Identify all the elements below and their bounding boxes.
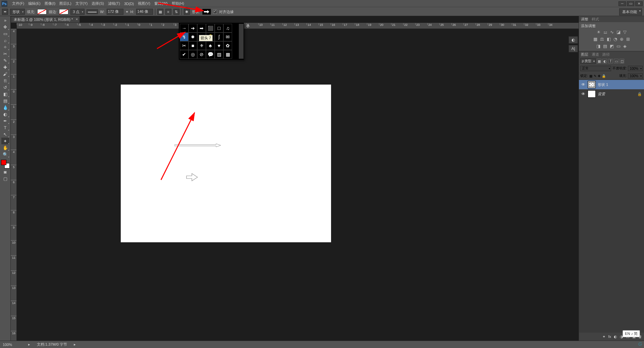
shape-arrow-thin[interactable]: →	[180, 24, 189, 33]
fill-field[interactable]: 100%	[628, 73, 643, 79]
history-panel-icon[interactable]: ◐	[569, 36, 578, 44]
menu-help[interactable]: 帮助(H)	[170, 0, 186, 7]
tab-styles[interactable]: 样式	[592, 17, 599, 22]
layer-item-shape1[interactable]: 👁 形状 1	[579, 80, 644, 89]
gradient-tool[interactable]: ▤	[1, 97, 9, 104]
fill-swatch[interactable]	[37, 9, 47, 14]
shape-target[interactable]: ◎	[189, 50, 197, 59]
shape-arrow-small[interactable]	[186, 173, 198, 181]
marquee-tool[interactable]: ▭	[1, 30, 9, 37]
ruler-horizontal[interactable]: -10-9-8-7-6-5-4-3-2-10123456789101112131…	[17, 23, 579, 29]
layer-name[interactable]: 背景	[598, 92, 605, 97]
info-dropdown-icon[interactable]: ▸	[74, 342, 76, 347]
history-brush-tool[interactable]: ↺	[1, 84, 9, 91]
align-icon[interactable]: ≡	[165, 9, 171, 15]
shape-hook[interactable]: ʃ	[215, 33, 223, 41]
brightness-icon[interactable]: ☀	[597, 30, 601, 35]
lock-all-icon[interactable]: 🔒	[602, 74, 606, 78]
quickmask-icon[interactable]: ◙	[1, 168, 9, 175]
shape-blob[interactable]: ✿	[223, 41, 232, 50]
eraser-tool[interactable]: ◧	[1, 91, 9, 97]
visibility-toggle[interactable]: 👁	[581, 82, 586, 87]
shape-scissors[interactable]: ✂	[180, 41, 189, 50]
clone-stamp-tool[interactable]: ⎘	[1, 77, 9, 84]
gradientmap-icon[interactable]: ▭	[616, 44, 621, 49]
healing-brush-tool[interactable]: ✚	[1, 64, 9, 70]
gear-icon[interactable]: ✱	[184, 9, 190, 15]
custom-shape-tool[interactable]: ✦	[1, 138, 9, 144]
opacity-field[interactable]: 100%	[628, 66, 643, 71]
magic-wand-tool[interactable]: ✧	[1, 44, 9, 50]
minimize-button[interactable]: ─	[619, 1, 626, 6]
character-panel-icon[interactable]: A|	[569, 45, 578, 52]
color-swatches[interactable]	[1, 160, 10, 168]
close-button[interactable]: ✕	[635, 1, 643, 6]
width-field[interactable]: 172 像	[107, 9, 123, 15]
shape-arrow-bold[interactable]: ➔	[189, 24, 197, 33]
ruler-vertical[interactable]: 4321012345678910111213141516	[11, 29, 17, 341]
zoom-dropdown-icon[interactable]: ▸	[28, 342, 30, 347]
filter-type-icon[interactable]: T	[608, 59, 613, 63]
shape-envelope[interactable]: ✉	[223, 33, 232, 41]
canvas[interactable]	[121, 85, 331, 242]
shape-arrow-block[interactable]: ➡	[197, 24, 206, 33]
layer-name[interactable]: 形状 1	[598, 82, 608, 87]
shape-arrow-long[interactable]	[174, 142, 221, 146]
filter-shape-icon[interactable]: ▭	[614, 59, 619, 63]
shape-speech[interactable]: 💬	[206, 50, 215, 59]
layer-item-background[interactable]: 👁 背景 🔒	[579, 89, 644, 99]
brush-tool[interactable]: 🖌	[1, 70, 9, 77]
shape-starburst[interactable]: ✹	[189, 33, 197, 41]
shape-arrow-7[interactable]: ↯	[180, 33, 189, 41]
posterize-icon[interactable]: ▤	[603, 44, 607, 49]
lock-transparency-icon[interactable]: ▦	[589, 74, 592, 78]
shape-banner[interactable]: ⬛	[206, 24, 215, 33]
exposure-icon[interactable]: ◪	[616, 30, 621, 35]
curves-icon[interactable]: ∿	[610, 30, 614, 35]
shape-music-note[interactable]: ♫	[223, 24, 232, 33]
screenmode-icon[interactable]: ▢	[1, 175, 9, 182]
document-tab[interactable]: 未标题-1 @ 100% (形状 1, RGB/8) * ×	[11, 16, 80, 23]
invert-icon[interactable]: ◨	[596, 44, 600, 49]
shape-heart[interactable]: ♥	[215, 41, 223, 50]
ime-indicator[interactable]: EN ♪ 简	[623, 330, 640, 337]
menu-edit[interactable]: 编辑(E)	[26, 0, 43, 7]
selectivecolor-icon[interactable]: ◈	[623, 44, 627, 49]
pen-tool[interactable]: ✒	[1, 117, 9, 124]
lock-pixels-icon[interactable]: ✎	[594, 74, 596, 78]
tab-layers[interactable]: 图层	[581, 52, 588, 57]
path-ops-icon[interactable]: ▦	[157, 9, 163, 15]
tool-preset-icon[interactable]: ✒	[2, 9, 8, 15]
align-edges-checkbox[interactable]	[213, 10, 217, 14]
stroke-swatch[interactable]	[59, 9, 68, 14]
menu-file[interactable]: 文件(F)	[10, 0, 26, 7]
dodge-tool[interactable]: ◐	[1, 111, 9, 117]
stroke-style-dropdown[interactable]	[87, 9, 98, 14]
canvas-viewport[interactable]	[17, 29, 579, 341]
filter-smart-icon[interactable]: ◫	[620, 59, 624, 63]
move-tool[interactable]: ✥	[1, 23, 9, 30]
vibrance-icon[interactable]: ▽	[623, 30, 627, 35]
collapse-toolbox-icon[interactable]: »	[1, 17, 9, 23]
shape-nosign[interactable]: ⊘	[197, 50, 206, 59]
shape-checker[interactable]: ▩	[223, 50, 232, 59]
menu-layer[interactable]: 图层(L)	[57, 0, 73, 7]
type-tool[interactable]: T	[1, 124, 9, 131]
workspace-switcher[interactable]: 基本功能	[619, 8, 642, 15]
hand-tool[interactable]: ✋	[1, 144, 9, 151]
visibility-toggle[interactable]: 👁	[581, 92, 586, 96]
mask-icon[interactable]: ◐	[614, 335, 617, 339]
menu-select[interactable]: 选择(S)	[90, 0, 106, 7]
eyedropper-tool[interactable]: ✎	[1, 57, 9, 64]
blur-tool[interactable]: 💧	[1, 104, 9, 111]
shape-frame[interactable]: □	[215, 24, 223, 33]
path-select-tool[interactable]: ↖	[1, 131, 9, 138]
bw-icon[interactable]: ◧	[607, 37, 611, 42]
shape-menu-gear-icon[interactable]: ✣	[246, 24, 250, 29]
shape-check[interactable]: ✔	[180, 50, 189, 59]
shape-square[interactable]: ■	[189, 41, 197, 50]
stroke-width-dropdown[interactable]: 3 点	[70, 9, 85, 15]
tab-channels[interactable]: 通道	[592, 52, 599, 57]
colorlookup-icon[interactable]: ⊞	[626, 37, 630, 42]
filter-pixel-icon[interactable]: ▦	[597, 59, 601, 63]
